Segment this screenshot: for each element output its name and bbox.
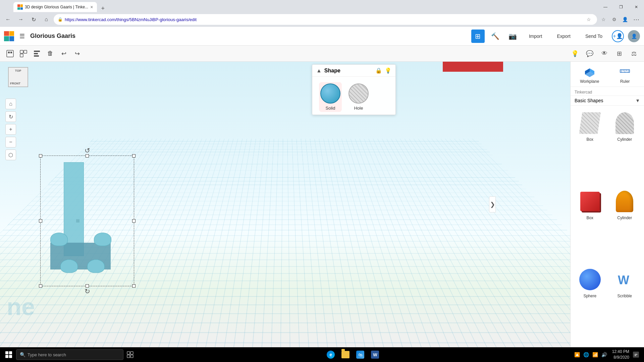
handle-br[interactable] [132,284,136,288]
new-tab-button[interactable]: + [98,5,107,12]
tools-button[interactable]: 🔨 [489,29,502,43]
handle-lm[interactable] [39,219,42,223]
profile-collections-icon[interactable]: ☆ [599,15,608,24]
redo-button[interactable]: ↪ [71,48,83,60]
refresh-button[interactable]: ↻ [28,14,39,25]
tab-close-button[interactable]: × [90,4,93,10]
zoom-in-button[interactable]: + [5,124,16,135]
grid-settings-icon[interactable]: ⊞ [613,48,625,60]
network-icon[interactable]: 🌐 [582,352,590,357]
cylinder-orange-shape [616,191,633,212]
forward-button[interactable]: → [15,14,26,25]
taskbar-edge-app[interactable]: e [324,348,337,361]
close-button[interactable]: ✕ [629,2,644,12]
orbit-button[interactable]: ↻ [5,111,16,122]
minimize-button[interactable]: — [598,2,613,12]
shape-card-scribble[interactable]: W Scribble [609,267,640,342]
shape-card-sphere[interactable]: Sphere [575,267,605,342]
ruler-label: Ruler [620,79,630,84]
system-clock[interactable]: 12:40 PM 8/9/2020 [612,349,629,360]
restore-button[interactable]: ❐ [613,2,629,12]
bookmark-star-icon[interactable]: ☆ [584,15,593,24]
export-button[interactable]: Export [551,32,576,41]
taskbar-search-box[interactable]: 🔍 Type here to search [16,349,123,360]
delete-button[interactable]: 🗑 [44,48,56,60]
box-red-shape [580,192,600,211]
address-bar[interactable]: 🔒 https://www.tinkercad.com/things/5BNzm… [54,14,597,25]
speech-bubble-icon[interactable]: 💬 [584,48,596,60]
add-user-button[interactable]: +👤 [612,30,624,42]
sphere-shape [579,269,601,290]
tray-expand-icon[interactable]: 🔼 [573,352,581,357]
grid-view-button[interactable]: ⊞ [471,29,485,43]
import-button[interactable]: Import [524,32,548,41]
url-display: https://www.tinkercad.com/things/5BNzmNu… [65,17,582,22]
window-controls: — ❐ ✕ [598,2,644,12]
right-panel-collapse-button[interactable]: ❯ [489,196,496,213]
zoom-out-button[interactable]: − [5,137,16,147]
group-button[interactable] [4,48,16,60]
symmetry-icon[interactable]: ⚖ [628,48,640,60]
align-button[interactable] [31,48,43,60]
shape-panel-collapse[interactable]: ▲ [316,68,322,74]
canvas-area[interactable]: TOP FRONT ⌂ ↻ + − ⬡ [0,62,570,347]
volume-icon[interactable]: 🔊 [600,352,608,357]
shape-panel-lock-icon[interactable]: 🔒 [375,67,382,74]
dropdown-arrow-icon: ▼ [635,98,640,103]
handle-rm[interactable] [132,219,136,223]
home-view-button[interactable]: ⌂ [5,99,16,109]
basic-shapes-dropdown[interactable]: Basic Shapes ▼ [571,96,644,106]
solid-circle [320,83,340,104]
active-tab[interactable]: 3D design Glorious Gaaris | Tinke... × [13,2,97,12]
home-button[interactable]: ⌂ [41,14,52,25]
start-button[interactable] [3,349,15,361]
ruler-button[interactable]: Ruler [607,64,643,84]
video-button[interactable]: 📷 [506,29,520,43]
handle-bl[interactable] [39,284,42,288]
handle-tr[interactable] [132,154,136,158]
workplane-button[interactable]: Workplane [572,64,607,84]
hole-option[interactable]: Hole [348,83,369,111]
rotate-handle-bottom[interactable]: ↻ [85,287,90,295]
handle-tm[interactable] [86,154,89,158]
cube-view-button[interactable]: ⬡ [5,149,16,160]
hole-circle [348,83,369,104]
solid-option[interactable]: Solid [319,82,342,112]
light-bulb-icon[interactable]: 💡 [569,48,581,60]
ungroup-button[interactable] [17,48,30,60]
shape-card-cylinder-orange[interactable]: Cylinder [609,189,640,264]
shape-panel-light-icon[interactable]: 💡 [385,67,391,74]
clock-date: 8/9/2020 [612,355,629,360]
svg-rect-20 [130,352,133,354]
box-gray-shape [579,112,601,134]
taskbar-store-app[interactable]: 🛍 [354,348,367,361]
wifi-icon[interactable]: 📶 [591,352,599,357]
app-area: ☰ Glorious Gaaris ⊞ 🔨 📷 Import Export Se… [0,27,644,347]
svg-rect-6 [34,51,40,52]
task-view-button[interactable] [125,349,136,360]
view-cube[interactable]: TOP FRONT [8,67,32,90]
send-to-button[interactable]: Send To [580,32,608,41]
shape-card-cylinder-gray[interactable]: Cylinder [609,111,640,185]
svg-rect-8 [34,55,39,57]
handle-tl[interactable] [39,154,42,158]
browser-menu-button[interactable]: ⋯ [631,16,641,23]
back-button[interactable]: ← [3,14,13,25]
avatar[interactable]: 👤 [628,30,640,42]
search-placeholder: Type here to search [28,352,66,357]
view-icon[interactable]: 👁 [598,48,610,60]
workplane-icon [583,64,596,78]
svg-rect-1 [8,52,10,53]
undo-button[interactable]: ↩ [58,48,70,60]
user-icon[interactable]: 👤 [621,15,629,24]
extensions-icon[interactable]: ⚙ [610,15,619,24]
ruler-icon [618,64,632,78]
taskbar-word-app[interactable]: W [368,348,382,361]
taskbar-explorer-app[interactable] [339,348,352,361]
scribble-thumb: W [612,267,637,292]
rotate-handle-top[interactable]: ↺ [85,146,90,155]
shape-card-box-red[interactable]: Box [575,189,605,264]
app-menu-button[interactable]: ☰ [18,31,26,41]
shape-card-box-gray[interactable]: Box [575,111,605,185]
notification-button[interactable] [631,349,641,360]
